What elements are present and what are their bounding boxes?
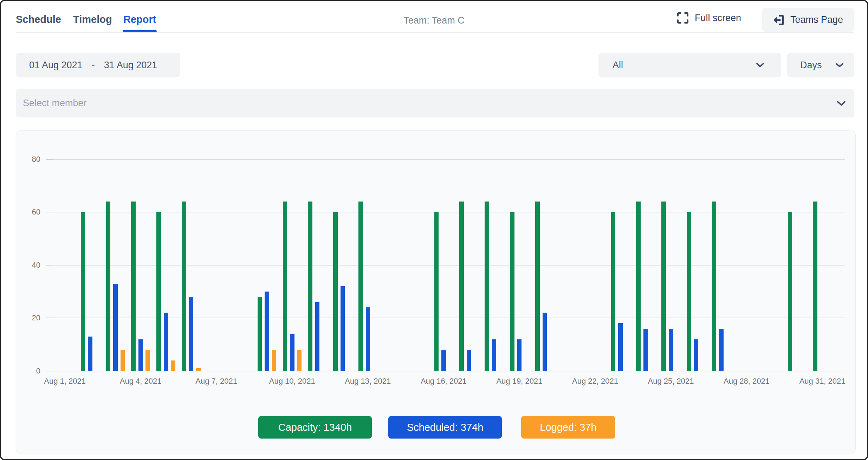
scheduled-bar[interactable] [543, 313, 547, 371]
granularity-select[interactable]: Days [787, 53, 854, 77]
capacity-bar[interactable] [611, 212, 616, 371]
app-window: Schedule Timelog Report Team: Team C Ful… [0, 0, 868, 460]
scheduled-bar[interactable] [113, 284, 118, 371]
teams-page-label: Teams Page [790, 14, 843, 25]
fullscreen-label: Full screen [695, 13, 741, 24]
axis-tick [46, 212, 53, 212]
logged-bar[interactable] [171, 360, 175, 371]
logged-bar[interactable] [272, 350, 277, 371]
scope-select-value: All [613, 60, 623, 71]
scheduled-bar[interactable] [88, 337, 92, 371]
legend-capacity-button[interactable]: Capacity: 1340h [258, 416, 372, 439]
capacity-bar[interactable] [333, 212, 338, 371]
y-axis-label: 20 [15, 313, 40, 322]
capacity-bar[interactable] [156, 212, 161, 371]
scheduled-bar[interactable] [189, 297, 194, 371]
logged-bar[interactable] [145, 350, 150, 371]
teams-page-button[interactable]: Teams Page [762, 8, 854, 32]
scheduled-bar[interactable] [441, 350, 446, 371]
scheduled-bar[interactable] [341, 286, 345, 371]
x-axis-label: Aug 13, 2021 [326, 377, 410, 386]
capacity-bar[interactable] [459, 202, 464, 371]
scheduled-bar[interactable] [290, 334, 294, 371]
logged-bar[interactable] [297, 350, 302, 371]
capacity-bar[interactable] [636, 202, 641, 371]
capacity-bar[interactable] [258, 297, 262, 371]
chevron-down-icon [835, 63, 844, 68]
x-axis-label: Aug 28, 2021 [705, 377, 789, 386]
date-separator: - [92, 60, 95, 71]
axis-tick [46, 159, 53, 160]
date-to: 31 Aug 2021 [104, 60, 157, 71]
x-axis-label: Aug 7, 2021 [174, 377, 259, 386]
granularity-select-value: Days [800, 60, 822, 71]
scheduled-bar[interactable] [315, 302, 320, 371]
y-axis-label: 60 [15, 207, 40, 217]
x-axis-label: Aug 10, 2021 [250, 377, 334, 386]
x-axis-label: Aug 1, 2021 [23, 377, 107, 386]
scheduled-bar[interactable] [467, 350, 471, 371]
capacity-bar[interactable] [510, 212, 514, 371]
y-axis-label: 40 [15, 261, 40, 270]
scheduled-bar[interactable] [366, 307, 370, 371]
scope-select[interactable]: All [598, 53, 781, 77]
x-axis-label: Aug 19, 2021 [477, 377, 562, 386]
capacity-bar[interactable] [788, 212, 792, 371]
capacity-bar[interactable] [661, 202, 666, 371]
gridline [53, 212, 845, 212]
scheduled-bar[interactable] [618, 323, 623, 371]
capacity-bar[interactable] [106, 202, 111, 371]
date-from: 01 Aug 2021 [29, 60, 83, 71]
tab-report[interactable]: Report [123, 14, 156, 25]
capacity-bar[interactable] [712, 202, 717, 371]
gridline [53, 318, 845, 318]
scheduled-bar[interactable] [492, 339, 497, 371]
date-range-picker[interactable]: 01 Aug 2021 - 31 Aug 2021 [16, 53, 180, 77]
x-axis-label: Aug 4, 2021 [98, 377, 183, 386]
axis-tick [46, 265, 53, 266]
fullscreen-button[interactable]: Full screen [676, 12, 741, 24]
x-axis-label: Aug 31, 2021 [780, 377, 864, 386]
axis-tick [46, 371, 53, 371]
scheduled-bar[interactable] [138, 339, 143, 371]
member-select[interactable]: Select member [16, 89, 854, 117]
capacity-bar[interactable] [131, 202, 136, 371]
scheduled-bar[interactable] [164, 313, 168, 371]
capacity-bar[interactable] [81, 212, 85, 371]
team-label: Team: Team C [403, 15, 465, 26]
capacity-bar[interactable] [283, 202, 287, 371]
capacity-bar[interactable] [535, 202, 540, 371]
chevron-down-icon [837, 101, 846, 106]
legend-scheduled-button[interactable]: Scheduled: 374h [388, 416, 502, 439]
logged-bar[interactable] [121, 350, 125, 371]
logged-bar[interactable] [196, 368, 201, 371]
member-select-placeholder: Select member [23, 98, 87, 109]
capacity-bar[interactable] [485, 202, 489, 371]
capacity-bar[interactable] [687, 212, 691, 371]
exit-to-teams-icon [773, 14, 785, 26]
scheduled-bar[interactable] [694, 339, 699, 371]
capacity-bar[interactable] [813, 202, 817, 371]
gridline [53, 159, 845, 160]
scheduled-bar[interactable] [643, 329, 648, 371]
scheduled-bar[interactable] [265, 292, 269, 371]
scheduled-bar[interactable] [669, 329, 673, 371]
legend-logged-button[interactable]: Logged: 37h [521, 416, 615, 439]
y-axis-label: 0 [15, 366, 40, 376]
capacity-bar[interactable] [434, 212, 439, 371]
scheduled-bar[interactable] [517, 339, 522, 371]
axis-tick [46, 318, 53, 318]
header-divider [16, 32, 854, 33]
capacity-bar[interactable] [308, 202, 312, 371]
scheduled-bar[interactable] [719, 329, 724, 371]
y-axis-label: 80 [15, 155, 40, 164]
x-axis-label: Aug 25, 2021 [629, 377, 713, 386]
tab-schedule[interactable]: Schedule [16, 14, 61, 25]
capacity-bar[interactable] [182, 202, 186, 371]
capacity-bar[interactable] [358, 202, 363, 371]
fullscreen-icon [676, 12, 689, 24]
chevron-down-icon [756, 63, 764, 68]
gridline [53, 265, 845, 266]
x-axis-label: Aug 22, 2021 [553, 377, 637, 386]
tab-timelog[interactable]: Timelog [73, 14, 112, 25]
